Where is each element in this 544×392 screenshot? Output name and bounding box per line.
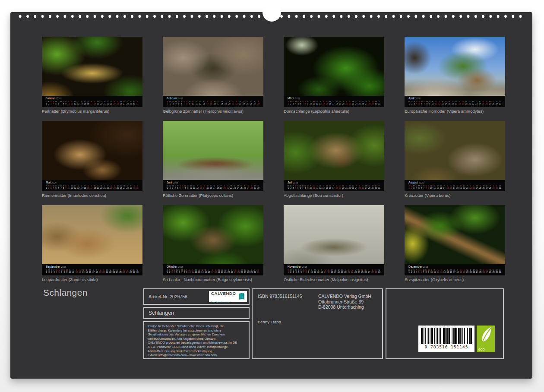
mini-calendar-juli: Juli2026 M1D2F3S4S5M6D7M8D9F10S11S12M13D… [284, 180, 384, 191]
mini-calendar-month-label: September2026 [46, 265, 139, 269]
calendar-back-page: Januar2026 D1F2S3S4M5D6M7D8F9S10S11M12D1… [10, 12, 532, 379]
mini-calendar-days: D1M2D3F4S5S6M7D8M9D10F11S12S13M14D15M16D… [46, 269, 139, 273]
mini-calendar-mai: Mai2026 F1S2S3M4D5M6D7F8S9S10M11D12M13D1… [42, 180, 142, 191]
thumb-caption: Leopardnatter (Zamenis situla) [42, 277, 142, 282]
mini-calendar-januar: Januar2026 D1F2S3S4M5D6M7D8F9S10S11M12D1… [42, 96, 142, 107]
thumb-card-april: April2026 M1D2F3S4S5M6D7M8D9F10S11S12M13… [405, 37, 505, 114]
thumb-card-juli: Juli2026 M1D2F3S4S5M6D7M8D9F10S11S12M13D… [284, 121, 384, 198]
thumb-card-september: September2026 D1M2D3F4S5S6M7D8M9D10F11S1… [42, 205, 142, 282]
thumb-caption: Gelbgrüne Zornnatter (Hierophis viridifl… [163, 109, 263, 114]
mini-calendar-month-label: Dezember2026 [408, 265, 501, 269]
barcode-column-box: 9 783516 151145 eco [386, 288, 504, 359]
mini-calendar-august: August2026 S1S2M3D4M5D6F7S8S9M10D11M12D1… [405, 180, 505, 191]
mini-calendar-days: D1F2S3S4M5D6M7D8F9S10S11M12D13M14D15F16S… [46, 101, 139, 105]
mini-calendar-month-label: Mai2026 [46, 181, 139, 184]
snake-photo-oktober: Oktober2026 D1F2S3S4M5D6M7D8F9S10S11M12D… [163, 205, 263, 275]
snake-photo-maerz: März2026 S1M2D3M4D5F6S7S8M9D10M11D12F13S… [284, 37, 384, 107]
mini-calendar-month-label: Juni2026 [167, 181, 259, 184]
eco-badge: eco [477, 326, 495, 352]
snake-photo-april: April2026 M1D2F3S4S5M6D7M8D9F10S11S12M13… [405, 37, 505, 107]
thumb-caption: Sri Lanka - Nachtbaumnatter (Boiga ceylo… [163, 277, 263, 282]
barcode-digits: 9 783516 151145 [421, 344, 472, 350]
thumb-card-januar: Januar2026 D1F2S3S4M5D6M7D8F9S10S11M12D1… [42, 37, 142, 114]
mini-calendar-days: S1M2D3M4D5F6S7S8M9D10M11D12F13S14S15M16D… [167, 101, 259, 105]
author-name: Benny Trapp [258, 319, 377, 324]
mini-calendar-days: M1D2M3D4F5S6S7M8D9M10D11F12S13S14M15D16M… [167, 185, 259, 189]
mini-calendar-month-label: August2026 [408, 181, 501, 184]
thumb-caption: Dünnschlange (Leptophis ahaetulla) [284, 109, 384, 114]
thumb-card-oktober: Oktober2026 D1F2S3S4M5D6M7D8F9S10S11M12D… [163, 205, 263, 282]
snake-photo-juli: Juli2026 M1D2F3S4S5M6D7M8D9F10S11S12M13D… [284, 121, 384, 191]
snake-photo-juni: Juni2026 M1D2M3D4F5S6S7M8D9M10D11F12S13S… [163, 121, 263, 191]
thumb-caption: Erzspitznatter (Oxybelis aeneus) [405, 277, 505, 282]
thumb-card-juni: Juni2026 M1D2M3D4F5S6S7M8D9M10D11F12S13S… [163, 121, 263, 198]
thumb-card-august: August2026 S1S2M3D4M5D6F7S8S9M10D11M12D1… [405, 121, 505, 198]
mini-calendar-september: September2026 D1M2D3F4S5S6M7D8M9D10F11S1… [42, 264, 142, 275]
thumb-caption: Abgottschlange (Boa constrictor) [284, 193, 384, 198]
series-title-box: Schlangen [143, 307, 250, 319]
mini-calendar-november: November2026 S1M2D3M4D5F6S7S8M9D10M11D12… [284, 264, 384, 275]
legal-text: Infolge bestehender Schutzrechte ist es … [148, 324, 245, 357]
mini-calendar-februar: Februar2026 S1M2D3M4D5F6S7S8M9D10M11D12F… [163, 96, 263, 107]
snake-photo-november: November2026 S1M2D3M4D5F6S7S8M9D10M11D12… [284, 205, 384, 275]
ean-barcode: 9 783516 151145 [418, 326, 474, 352]
eco-leaf-icon [478, 326, 493, 345]
snake-photo-september: September2026 D1M2D3F4S5S6M7D8M9D10F11S1… [42, 205, 142, 275]
snake-photo-august: August2026 S1S2M3D4M5D6F7S8S9M10D11M12D1… [405, 121, 505, 191]
calvendo-book-icon [239, 293, 245, 300]
eco-label: eco [478, 347, 485, 351]
mini-calendar-april: April2026 M1D2F3S4S5M6D7M8D9F10S11S12M13… [405, 96, 505, 107]
mini-calendar-month-label: Februar2026 [167, 97, 259, 100]
mini-calendar-oktober: Oktober2026 D1F2S3S4M5D6M7D8F9S10S11M12D… [163, 264, 263, 275]
article-number: Artikel-Nr. 2029758 [149, 294, 187, 299]
publisher-address: CALVENDO Verlag GmbH Ottobrunner Straße … [318, 294, 371, 310]
mini-calendar-month-label: November2026 [288, 265, 380, 269]
calvendo-wordmark: CALVENDO [211, 291, 236, 296]
isbn-publisher-box: ISBN 9783516151145 CALVENDO Verlag GmbH … [252, 288, 383, 359]
hanger-hole-cutout [263, 3, 281, 22]
thumb-caption: Östliche Eidechsennatter (Malpolon insig… [284, 277, 384, 282]
barcode-bars [421, 328, 472, 344]
thumb-card-februar: Februar2026 S1M2D3M4D5F6S7S8M9D10M11D12F… [163, 37, 263, 114]
mini-calendar-maerz: März2026 S1M2D3M4D5F6S7S8M9D10M11D12F13S… [284, 96, 384, 107]
mini-calendar-days: M1D2F3S4S5M6D7M8D9F10S11S12M13D14M15D16F… [408, 101, 501, 105]
mini-calendar-days: F1S2S3M4D5M6D7F8S9S10M11D12M13D14F15S16S… [46, 185, 139, 189]
mini-calendar-days: D1M2D3F4S5S6M7D8M9D10F11S12S13M14D15M16D… [408, 269, 501, 273]
thumb-card-mai: Mai2026 F1S2S3M4D5M6D7F8S9S10M11D12M13D1… [42, 121, 142, 198]
thumb-caption: Kreuzotter (Vipera berus) [405, 193, 505, 198]
article-number-box: Artikel-Nr. 2029758 CALVENDO Dein Kalend… [143, 288, 250, 305]
snake-photo-dezember: Dezember2026 D1M2D3F4S5S6M7D8M9D10F11S12… [405, 205, 505, 275]
thumb-card-maerz: März2026 S1M2D3M4D5F6S7S8M9D10M11D12F13S… [284, 37, 384, 114]
mini-calendar-days: S1S2M3D4M5D6F7S8S9M10D11M12D13F14S15S16M… [408, 185, 501, 189]
mini-calendar-month-label: Juli2026 [288, 181, 380, 184]
snake-photo-januar: Januar2026 D1F2S3S4M5D6M7D8F9S10S11M12D1… [42, 37, 142, 107]
calendar-title: Schlangen [43, 288, 88, 298]
mini-calendar-days: S1M2D3M4D5F6S7S8M9D10M11D12F13S14S15M16D… [288, 269, 380, 273]
mini-calendar-days: M1D2F3S4S5M6D7M8D9F10S11S12M13D14M15D16F… [288, 185, 380, 189]
series-title: Schlangen [149, 310, 174, 316]
calvendo-logo: CALVENDO Dein Kalenderverlag [209, 291, 247, 302]
mini-calendar-month-label: Oktober2026 [167, 265, 259, 269]
thumb-caption: Perlnatter (Drymobius margaritiferus) [42, 109, 142, 114]
mini-calendar-month-label: März2026 [288, 97, 380, 100]
thumb-card-november: November2026 S1M2D3M4D5F6S7S8M9D10M11D12… [284, 205, 384, 282]
snake-photo-februar: Februar2026 S1M2D3M4D5F6S7S8M9D10M11D12F… [163, 37, 263, 107]
month-thumbnail-grid: Januar2026 D1F2S3S4M5D6M7D8F9S10S11M12D1… [42, 37, 505, 282]
legal-box: Infolge bestehender Schutzrechte ist es … [143, 321, 250, 359]
thumb-caption: Riemennatter (Imantodes cenchoa) [42, 193, 142, 198]
calvendo-tagline: Dein Kalenderverlag [211, 301, 229, 303]
snake-photo-mai: Mai2026 F1S2S3M4D5M6D7F8S9S10M11D12M13D1… [42, 121, 142, 191]
mini-calendar-days: S1M2D3M4D5F6S7S8M9D10M11D12F13S14S15M16D… [288, 101, 380, 105]
mini-calendar-month-label: Januar2026 [46, 97, 139, 100]
mini-calendar-dezember: Dezember2026 D1M2D3F4S5S6M7D8M9D10F11S12… [405, 264, 505, 275]
thumb-caption: Rötliche Zornnatter (Platyceps collaris) [163, 193, 263, 198]
mini-calendar-juni: Juni2026 M1D2M3D4F5S6S7M8D9M10D11F12S13S… [163, 180, 263, 191]
thumb-card-dezember: Dezember2026 D1M2D3F4S5S6M7D8M9D10F11S12… [405, 205, 505, 282]
thumb-caption: Europäische Hornotter (Vipera ammodytes) [405, 109, 505, 114]
isbn-text: ISBN 9783516151145 [258, 294, 318, 310]
mini-calendar-month-label: April2026 [408, 97, 501, 100]
mini-calendar-days: D1F2S3S4M5D6M7D8F9S10S11M12D13M14D15F16S… [167, 269, 259, 273]
